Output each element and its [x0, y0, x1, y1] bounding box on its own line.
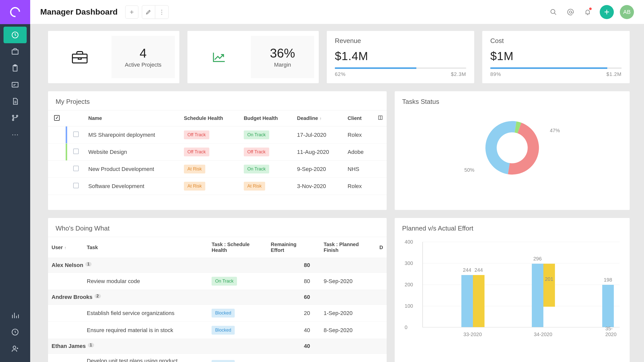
table-row[interactable]: Review modular codeOn Track809-Sep-2020 [48, 273, 387, 290]
row-checkbox[interactable] [73, 183, 79, 188]
trend-up-icon [212, 51, 227, 63]
progress-bar [490, 67, 622, 69]
progress-bar [335, 67, 466, 69]
row-checkbox[interactable] [73, 166, 79, 171]
cell-remaining: 80 [267, 273, 313, 290]
group-row[interactable]: Andrew Brooks260 [48, 290, 387, 305]
nav-clipboard[interactable] [4, 60, 27, 76]
nav-dashboard[interactable] [4, 27, 27, 43]
table-row[interactable]: Establish field service organizationsBlo… [48, 305, 387, 322]
schedule-pill: Blocked [212, 360, 235, 362]
cell-client: Adobe [344, 144, 374, 161]
notifications-icon[interactable] [583, 7, 593, 17]
group-remaining: 80 [267, 258, 313, 273]
col-task[interactable]: Task [83, 237, 208, 258]
cell-finish: 9-Sep-2020 [314, 273, 376, 290]
nav-analytics[interactable] [4, 307, 27, 324]
col-remaining[interactable]: Remaining Effort [267, 237, 313, 258]
search-icon[interactable] [548, 7, 558, 17]
user-avatar[interactable]: AB [620, 5, 634, 19]
group-count: 1 [88, 343, 94, 347]
nav-time[interactable] [4, 324, 27, 340]
table-row[interactable]: Software DevelopmentAt RiskAt Risk3-Nov-… [48, 178, 387, 195]
cell-task: Establish field service organizations [83, 305, 208, 322]
kpi-title: Cost [490, 37, 622, 45]
cell-task: Ensure required material is in stock [83, 322, 208, 339]
columns-icon[interactable] [374, 110, 387, 126]
col-budget[interactable]: Budget Health [240, 110, 294, 126]
row-checkbox[interactable] [73, 149, 79, 154]
panel-title: Who's Doing What [48, 218, 387, 237]
cell-name: MS Sharepoint deployment [85, 126, 180, 144]
col-client[interactable]: Client [344, 110, 374, 126]
nav-user[interactable] [4, 340, 27, 357]
table-row[interactable]: MS Sharepoint deploymentOff TrackOn Trac… [48, 126, 387, 144]
kpi-revenue: Revenue $1.4M 62% $2.3M [327, 31, 474, 83]
schedule-pill: Off Track [184, 130, 209, 139]
kpi-target: $2.3M [451, 71, 466, 77]
group-row[interactable]: Ethan James140 [48, 339, 387, 354]
nav-document[interactable] [4, 93, 27, 110]
cell-name: New Product Development [85, 161, 180, 178]
cell-finish: 7-Sep-2020 [314, 354, 376, 362]
budget-pill: On Track [244, 165, 269, 173]
svg-point-11 [569, 11, 572, 13]
header: Manager Dashboard + ⋮ + AB [30, 0, 644, 24]
kpi-cost: Cost $1M 89% $1.2M [482, 31, 630, 83]
col-schedule[interactable]: Schedule Health [180, 110, 240, 126]
cell-deadline: 9-Sep-2020 [294, 161, 344, 178]
group-row[interactable]: Alex Nelson180 [48, 258, 387, 273]
row-checkbox[interactable] [73, 131, 79, 137]
cell-deadline: 11-Aug-2020 [294, 144, 344, 161]
cell-name: Website Design [85, 144, 180, 161]
cell-client: NHS [344, 161, 374, 178]
edit-button[interactable] [142, 6, 155, 19]
kpi-margin: 36% Margin [187, 31, 319, 83]
add-widget-button[interactable]: + [125, 6, 138, 19]
col-deadline[interactable]: Deadline↑ [294, 110, 344, 126]
tasks-status-panel: Tasks Status 47% 50% [394, 91, 630, 210]
donut-label: 47% [550, 128, 560, 133]
app-logo[interactable] [0, 0, 30, 24]
select-all-checkbox[interactable] [54, 115, 60, 121]
kpi-value: $1.4M [335, 49, 466, 63]
mentions-icon[interactable] [566, 7, 576, 17]
cell-remaining: 40 [267, 322, 313, 339]
nav-briefcase[interactable] [4, 43, 27, 60]
edit-button-group: ⋮ [142, 5, 169, 19]
edit-menu-button[interactable]: ⋮ [155, 6, 168, 19]
kpi-value: 36% [270, 46, 295, 61]
nav-tasks[interactable] [4, 76, 27, 93]
table-row[interactable]: Ensure required material is in stockBloc… [48, 322, 387, 339]
col-name[interactable]: Name [85, 110, 180, 126]
kpi-percent: 89% [490, 71, 501, 77]
nav-branch[interactable] [4, 110, 27, 126]
budget-pill: Off Track [244, 148, 269, 156]
svg-point-10 [551, 9, 555, 13]
svg-point-5 [12, 115, 14, 116]
page-title: Manager Dashboard [40, 7, 118, 17]
group-count: 2 [95, 294, 101, 298]
svg-rect-1 [12, 50, 18, 54]
group-user: Andrew Brooks [52, 294, 93, 300]
cell-deadline: 3-Nov-2020 [294, 178, 344, 195]
create-button[interactable]: + [600, 5, 614, 19]
col-sched[interactable]: Task : Schedule Health [208, 237, 267, 258]
who-doing-what-panel: Who's Doing What User↑ Task Task : Sched… [48, 218, 387, 362]
schedule-pill: Blocked [212, 309, 235, 318]
cell-remaining: 20 [267, 305, 313, 322]
who-table: User↑ Task Task : Schedule Health Remain… [48, 237, 387, 362]
kpi-percent: 62% [335, 71, 346, 77]
cell-deadline: 17-Jul-2020 [294, 126, 344, 144]
col-d[interactable]: D [376, 237, 386, 258]
briefcase-icon [71, 50, 89, 65]
col-finish[interactable]: Task : Planned Finish [314, 237, 376, 258]
group-user: Alex Nelson [52, 262, 83, 268]
table-row[interactable]: Develop unit test plans using product sp… [48, 354, 387, 362]
group-remaining: 60 [267, 290, 313, 305]
nav-more[interactable]: ⋯ [4, 126, 27, 143]
panel-title: Tasks Status [395, 91, 630, 110]
table-row[interactable]: New Product DevelopmentAt RiskOn Track9-… [48, 161, 387, 178]
col-user[interactable]: User↑ [48, 237, 83, 258]
table-row[interactable]: Website DesignOff TrackOff Track11-Aug-2… [48, 144, 387, 161]
